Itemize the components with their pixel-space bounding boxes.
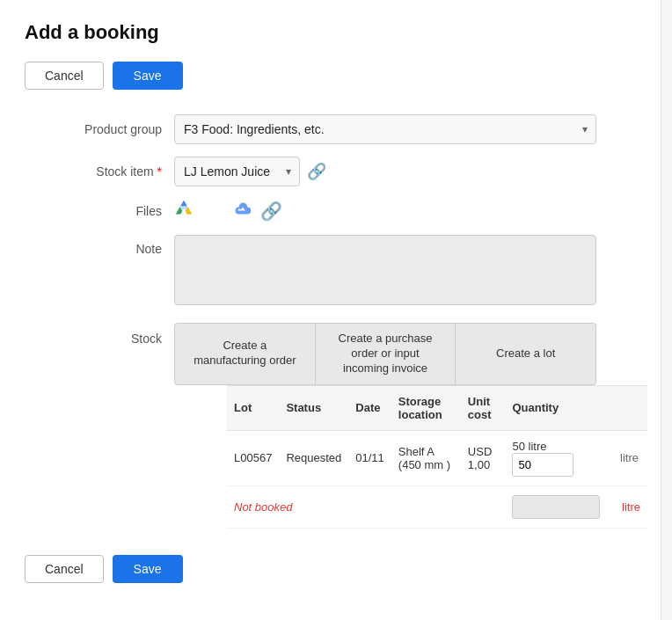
page-title: Add a booking [25, 21, 647, 44]
top-actions: Cancel Save [25, 62, 647, 90]
empty-quantity-input[interactable] [512, 495, 600, 519]
cancel-button-bottom[interactable]: Cancel [25, 555, 104, 583]
col-unit-cost: Unit cost [461, 385, 506, 430]
files-label: Files [77, 204, 174, 218]
save-button-bottom[interactable]: Save [113, 555, 183, 583]
product-group-select[interactable]: F3 Food: Ingredients, etc. [174, 114, 596, 144]
col-unit-label [611, 385, 647, 430]
empty-qty-cell [505, 485, 611, 528]
stock-table-wrapper: Lot Status Date Storage location Unit co… [227, 385, 647, 529]
attach-icon[interactable]: 🔗 [260, 201, 282, 222]
bottom-actions: Cancel Save [25, 555, 647, 583]
storage-cell: Shelf A (450 mm ) [391, 430, 461, 485]
stock-row-top: Stock Create a manufacturing order Creat… [77, 323, 647, 385]
form-section: Product group F3 Food: Ingredients, etc.… [77, 114, 647, 305]
required-marker: * [154, 164, 162, 179]
stock-item-select-wrapper: LJ Lemon Juice ▾ [174, 157, 300, 186]
status-cell: Requested [279, 430, 348, 485]
litre-unit-label: litre [618, 500, 640, 514]
stock-item-input-group: LJ Lemon Juice ▾ 🔗 [174, 157, 326, 186]
table-header-row: Lot Status Date Storage location Unit co… [227, 385, 647, 430]
stock-label: Stock [77, 323, 174, 385]
save-button-top[interactable]: Save [113, 62, 183, 90]
product-group-row: Product group F3 Food: Ingredients, etc.… [77, 114, 647, 144]
not-booked-cell: Not booked [227, 485, 505, 528]
create-purchase-order-button[interactable]: Create a purchase order or input incomin… [316, 323, 457, 385]
quantity-cell: 50 litre [505, 430, 611, 485]
google-drive-icon[interactable] [174, 199, 194, 222]
file-icons-group: 🔗 [174, 199, 282, 222]
unit-cost-cell: USD 1,00 [461, 430, 506, 485]
quantity-label: 50 litre [512, 440, 546, 453]
unit-cell: litre [611, 430, 647, 485]
note-label: Note [77, 235, 174, 256]
quantity-input[interactable] [512, 453, 573, 477]
empty-unit-cell: litre [611, 485, 647, 528]
stock-item-link-icon[interactable]: 🔗 [307, 162, 326, 181]
stock-item-row: Stock item * LJ Lemon Juice ▾ 🔗 [77, 157, 647, 186]
stock-table: Lot Status Date Storage location Unit co… [227, 385, 647, 529]
product-group-label: Product group [77, 122, 174, 136]
stock-buttons-group: Create a manufacturing order Create a pu… [174, 323, 596, 385]
col-status: Status [279, 385, 348, 430]
stock-item-label: Stock item * [77, 164, 174, 179]
date-cell: 01/11 [348, 430, 391, 485]
dropbox-icon[interactable] [202, 199, 222, 222]
cloud-icon[interactable] [230, 199, 252, 222]
table-row: L00567 Requested 01/11 Shelf A (450 mm )… [227, 430, 647, 485]
note-row: Note [77, 235, 647, 305]
not-booked-row: Not booked litre [227, 485, 647, 528]
product-group-select-wrapper: F3 Food: Ingredients, etc. ▾ [174, 114, 596, 144]
files-row: Files [77, 199, 647, 222]
col-storage: Storage location [391, 385, 461, 430]
stock-section: Stock Create a manufacturing order Creat… [77, 323, 647, 529]
stock-item-select[interactable]: LJ Lemon Juice [174, 157, 300, 186]
create-lot-button[interactable]: Create a lot [456, 323, 596, 385]
col-date: Date [348, 385, 391, 430]
create-manufacturing-order-button[interactable]: Create a manufacturing order [174, 323, 316, 385]
lot-cell: L00567 [227, 430, 279, 485]
col-quantity: Quantity [505, 385, 611, 430]
unit-suffix: litre [618, 451, 639, 464]
note-textarea[interactable] [174, 235, 596, 305]
cancel-button-top[interactable]: Cancel [25, 62, 104, 90]
col-lot: Lot [227, 385, 279, 430]
not-booked-label: Not booked [234, 500, 293, 514]
